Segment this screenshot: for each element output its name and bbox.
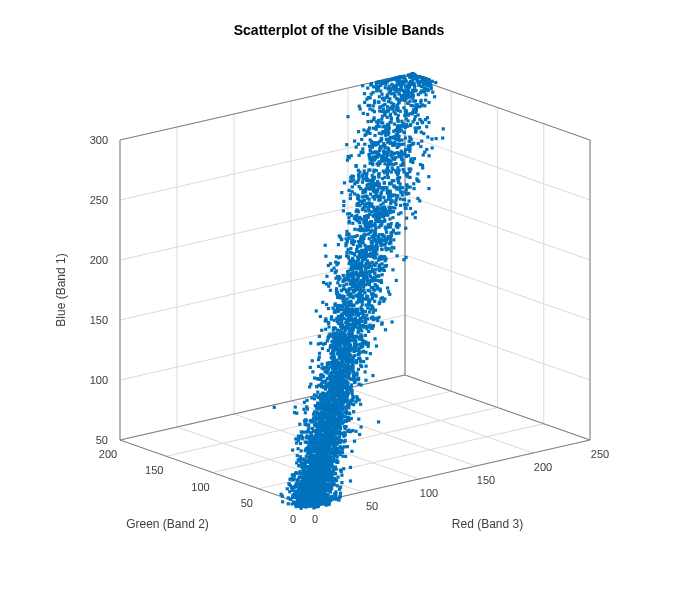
svg-rect-4029 (361, 181, 364, 184)
svg-rect-415 (435, 137, 438, 140)
svg-rect-3736 (326, 494, 329, 497)
svg-rect-3685 (305, 405, 308, 408)
svg-rect-2617 (341, 455, 344, 458)
svg-rect-4108 (377, 316, 380, 319)
svg-rect-4515 (360, 320, 363, 323)
svg-rect-2313 (302, 408, 305, 411)
svg-rect-4401 (309, 485, 312, 488)
svg-rect-2759 (383, 162, 386, 165)
svg-rect-4130 (380, 214, 383, 217)
svg-rect-3755 (327, 368, 330, 371)
svg-rect-2453 (291, 489, 294, 492)
svg-rect-3855 (421, 121, 424, 124)
svg-rect-3458 (427, 175, 430, 178)
svg-rect-3295 (378, 280, 381, 283)
svg-rect-3737 (321, 397, 324, 400)
svg-rect-4516 (321, 468, 324, 471)
svg-rect-3932 (314, 450, 317, 453)
svg-rect-4113 (345, 290, 348, 293)
svg-rect-4331 (377, 173, 380, 176)
svg-rect-4251 (348, 315, 351, 318)
svg-rect-1391 (364, 370, 367, 373)
svg-rect-4162 (408, 140, 411, 143)
svg-rect-699 (340, 191, 343, 194)
svg-rect-4133 (315, 504, 318, 507)
svg-rect-4453 (317, 475, 320, 478)
svg-rect-2561 (379, 105, 382, 108)
svg-rect-3577 (294, 490, 297, 493)
svg-rect-3330 (348, 279, 351, 282)
svg-rect-3806 (391, 168, 394, 171)
svg-rect-2557 (339, 453, 342, 456)
svg-rect-3981 (348, 354, 351, 357)
svg-rect-628 (377, 420, 380, 423)
svg-rect-1203 (327, 349, 330, 352)
svg-rect-4034 (356, 244, 359, 247)
svg-rect-112 (353, 228, 356, 231)
svg-rect-2848 (418, 118, 421, 121)
svg-rect-3398 (405, 85, 408, 88)
svg-rect-3637 (400, 143, 403, 146)
svg-rect-1936 (420, 140, 423, 143)
svg-rect-4252 (355, 359, 358, 362)
svg-rect-1456 (382, 202, 385, 205)
svg-rect-3520 (382, 196, 385, 199)
svg-rect-3964 (401, 163, 404, 166)
svg-rect-2983 (347, 404, 350, 407)
svg-rect-4512 (421, 79, 424, 82)
x-tick: 200 (534, 461, 552, 473)
svg-rect-4508 (373, 158, 376, 161)
svg-rect-4177 (329, 475, 332, 478)
svg-rect-4437 (336, 422, 339, 425)
svg-rect-4281 (351, 270, 354, 273)
svg-rect-3705 (397, 102, 400, 105)
svg-rect-4381 (297, 504, 300, 507)
svg-rect-4311 (332, 392, 335, 395)
svg-rect-2637 (362, 313, 365, 316)
svg-rect-207 (367, 330, 370, 333)
svg-rect-4372 (310, 476, 313, 479)
svg-rect-3790 (350, 398, 353, 401)
svg-rect-3158 (373, 110, 376, 113)
svg-rect-4059 (391, 206, 394, 209)
svg-rect-4370 (292, 493, 295, 496)
svg-rect-4217 (370, 120, 373, 123)
svg-rect-4324 (379, 239, 382, 242)
svg-rect-783 (309, 342, 312, 345)
svg-rect-2260 (401, 186, 404, 189)
z-tick: 100 (90, 374, 108, 386)
svg-rect-2531 (441, 136, 444, 139)
z-tick: 150 (90, 314, 108, 326)
axes-3d[interactable]: 0501001502002500501001502005010015020025… (0, 0, 678, 595)
svg-rect-4154 (361, 294, 364, 297)
svg-rect-4226 (340, 365, 343, 368)
svg-rect-3657 (386, 166, 389, 169)
svg-rect-4417 (316, 487, 319, 490)
svg-rect-3083 (313, 376, 316, 379)
svg-rect-4493 (355, 373, 358, 376)
svg-rect-95 (366, 120, 369, 123)
svg-rect-3530 (334, 260, 337, 263)
svg-rect-4006 (368, 237, 371, 240)
svg-rect-1286 (426, 135, 429, 138)
svg-rect-4452 (328, 446, 331, 449)
svg-rect-4134 (421, 166, 424, 169)
svg-rect-3600 (392, 179, 395, 182)
svg-rect-4383 (388, 209, 391, 212)
svg-rect-1770 (366, 86, 369, 89)
svg-rect-4057 (359, 287, 362, 290)
svg-rect-3802 (364, 188, 367, 191)
svg-rect-2569 (281, 500, 284, 503)
svg-rect-3979 (342, 204, 345, 207)
svg-rect-4221 (328, 478, 331, 481)
svg-rect-4235 (364, 248, 367, 251)
svg-rect-4451 (370, 304, 373, 307)
svg-rect-3693 (362, 273, 365, 276)
svg-rect-3591 (329, 378, 332, 381)
svg-rect-3032 (316, 377, 319, 380)
svg-rect-3008 (371, 181, 374, 184)
svg-rect-4502 (319, 480, 322, 483)
svg-rect-2343 (375, 253, 378, 256)
svg-rect-3542 (335, 436, 338, 439)
svg-rect-4456 (356, 312, 359, 315)
